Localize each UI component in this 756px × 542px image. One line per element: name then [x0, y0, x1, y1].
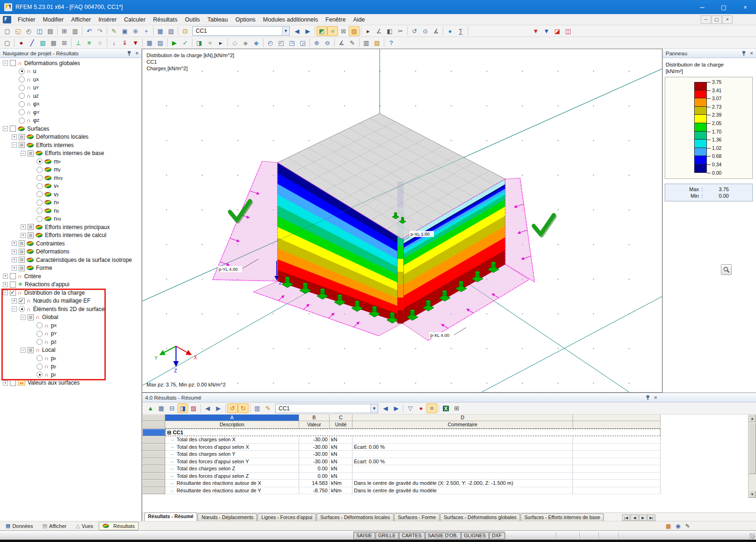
radio-button-selected[interactable] — [37, 158, 43, 164]
table-row[interactable]: –Total des charges selon X-30.00kN — [142, 436, 661, 444]
collapse-icon[interactable]: − — [12, 306, 17, 312]
column-header-unite[interactable]: Unité — [330, 421, 352, 429]
row-selector[interactable] — [142, 444, 165, 451]
animation-icon[interactable]: ▸ — [363, 26, 374, 36]
grid-snap-icon[interactable]: ◇ — [229, 38, 240, 48]
expand-icon[interactable]: + — [3, 282, 8, 287]
table-row[interactable]: –Résultante des réactions autour de X14.… — [142, 480, 661, 487]
expand-icon[interactable]: + — [12, 266, 17, 271]
collapse-icon[interactable]: − — [21, 348, 26, 353]
mdi-restore-button[interactable]: ▢ — [712, 15, 722, 24]
network-project-icon[interactable]: ◴ — [23, 26, 34, 36]
excel-export-icon[interactable]: X — [440, 403, 451, 413]
print-icon[interactable]: ▤ — [45, 26, 56, 36]
line-support-icon[interactable]: ≡ — [84, 38, 95, 48]
tree-item-v-x[interactable]: vx — [0, 182, 141, 191]
row-selector[interactable] — [142, 436, 165, 444]
tree-item-m-y[interactable]: my — [0, 166, 141, 174]
radio-button[interactable] — [19, 85, 25, 91]
new-file-icon[interactable]: ▢ — [2, 26, 13, 36]
view-x-icon[interactable]: ◰ — [276, 38, 286, 48]
checkbox-checked[interactable] — [19, 298, 25, 304]
tab-surfaces-efforts-internes-de-base[interactable]: Surfaces - Efforts internes de base — [521, 513, 603, 521]
export-pdf-icon[interactable]: ◪ — [552, 26, 563, 36]
tree-item-u-x[interactable]: ∩uX — [0, 75, 141, 84]
tree-item-reactions-d-appui[interactable]: +✳Réactions d'appui — [0, 281, 141, 289]
table-undo-icon[interactable]: ↺ — [227, 403, 238, 413]
close-button[interactable]: × — [734, 0, 756, 14]
checkbox-partial[interactable] — [19, 142, 25, 148]
tree-item-v-y[interactable]: vy — [0, 190, 141, 199]
radio-button[interactable] — [37, 208, 43, 214]
opening-icon[interactable]: ⊠ — [59, 38, 70, 48]
tree-item-deformations-locales[interactable]: +Déformations locales — [0, 133, 141, 141]
gallery-icon[interactable]: ▥ — [70, 26, 81, 36]
tree-item-n-uds-du-maillage-ef[interactable]: +∩Nœuds du maillage EF — [0, 297, 141, 305]
radio-button[interactable] — [19, 118, 25, 124]
result-next-icon[interactable]: ▶ — [391, 403, 402, 413]
radio-button-selected[interactable] — [37, 371, 43, 378]
tree-item-forme[interactable]: +Forme — [0, 264, 141, 273]
printout-report-icon[interactable]: ▼ — [530, 26, 541, 36]
tree-item-p-y[interactable]: ∩py — [0, 363, 141, 371]
table-scrollbar[interactable]: ▲ ▼ — [748, 415, 756, 498]
radio-button[interactable] — [37, 216, 43, 222]
maximize-button[interactable]: ▢ — [713, 0, 734, 14]
radio-button[interactable] — [19, 101, 25, 107]
tree-item-valeurs-aux-surfaces[interactable]: +xxValeurs aux surfaces — [0, 379, 141, 387]
save-icon[interactable]: ◫ — [34, 26, 45, 36]
zoom-out-icon[interactable]: ⊖ — [322, 38, 333, 48]
surface-load-icon[interactable]: ▼ — [130, 38, 141, 48]
collapse-icon[interactable]: − — [3, 60, 8, 66]
row-selector[interactable] — [142, 473, 165, 480]
pin-icon[interactable] — [646, 395, 650, 401]
column-letter-A[interactable]: A — [165, 415, 299, 421]
tab-n-uds-deplacements[interactable]: Nœuds - Déplacements — [198, 513, 257, 521]
chevron-down-icon[interactable]: ▼ — [370, 404, 378, 413]
tree-item-m-x[interactable]: mx — [0, 157, 141, 166]
tree-item-surfaces[interactable]: −Surfaces — [0, 125, 141, 133]
clip-icon[interactable]: ✂ — [395, 26, 406, 36]
checkbox-partial[interactable] — [28, 347, 34, 353]
menu-item-outils[interactable]: Outils — [181, 15, 204, 24]
tree-item-u-y[interactable]: ∩uY — [0, 84, 141, 92]
zoom-in-icon[interactable]: ⊕ — [130, 26, 141, 36]
pin-icon[interactable] — [127, 51, 132, 56]
status-button-grille[interactable]: GRILLE — [375, 532, 398, 539]
menu-item-inserer[interactable]: Insérer — [95, 15, 120, 24]
tree-item-u-z[interactable]: ∩uZ — [0, 92, 141, 100]
zoom-in-2-icon[interactable]: ⊕ — [311, 38, 322, 48]
expand-icon[interactable]: + — [12, 257, 17, 262]
calculate-icon[interactable]: ▶ — [169, 38, 180, 48]
zoom-all-icon[interactable]: ⊙ — [420, 26, 431, 36]
checkbox-partial[interactable] — [19, 240, 25, 246]
column-prev-icon[interactable]: ◀ — [202, 403, 213, 413]
tab-nav-button[interactable]: ◀ — [631, 514, 639, 521]
table-row[interactable]: –Résultante des réactions autour de Y-8.… — [142, 487, 661, 495]
zoom-window-icon[interactable]: ▣ — [119, 26, 130, 36]
table-edit-icon[interactable]: ✎ — [263, 403, 273, 413]
menu-item-fenetre[interactable]: Fenêtre — [322, 15, 349, 24]
panel-button-resultats[interactable]: Résultats — [99, 522, 139, 530]
menu-item-modifier[interactable]: Modifier — [39, 15, 67, 24]
tree-item-p-z[interactable]: ∩pZ — [0, 338, 141, 346]
tree-item-efforts-internes-de-calcul[interactable]: +Efforts internes de calcul — [0, 231, 141, 240]
tree-item-z[interactable]: ∩φZ — [0, 117, 141, 125]
radio-button[interactable] — [37, 200, 43, 206]
result-prev-icon[interactable]: ◀ — [380, 403, 391, 413]
previous-loadcase-icon[interactable]: ◀ — [292, 26, 302, 36]
tab-surfaces-forme[interactable]: Surfaces - Forme — [394, 513, 440, 521]
export-pdf-3d-icon[interactable]: ◫ — [563, 26, 573, 36]
radio-button-selected[interactable] — [19, 306, 25, 312]
checkbox-partial[interactable] — [28, 232, 34, 238]
radio-button[interactable] — [37, 191, 43, 197]
loadcase-combobox[interactable]: CC1 ▼ — [192, 26, 290, 36]
tree-item-x[interactable]: ∩φX — [0, 100, 141, 109]
mdi-minimize-button[interactable]: ─ — [701, 15, 711, 24]
tab-nav-button[interactable]: ▶| — [647, 514, 655, 521]
status-button-dxf[interactable]: DXF — [489, 532, 505, 539]
edit-pen-icon[interactable]: ✎ — [109, 26, 119, 36]
menu-item-tableau[interactable]: Tableau — [204, 15, 232, 24]
table-view-icon[interactable]: ▥ — [252, 403, 263, 413]
section-icon[interactable]: ∠ — [374, 26, 384, 36]
